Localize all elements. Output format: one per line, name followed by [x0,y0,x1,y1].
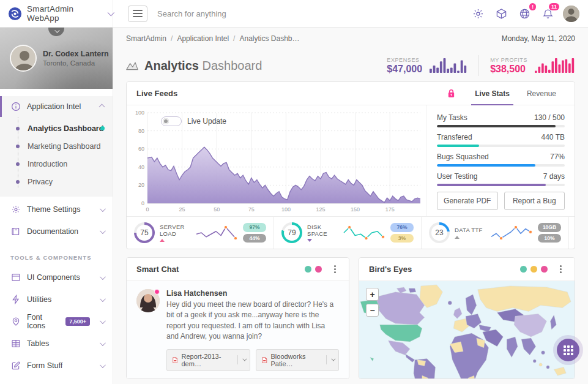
sidebar-section-plugins: PLUGINS & ADDONS [0,375,113,384]
status-dot-pink[interactable] [315,266,322,273]
sidebar-item-form-stuff[interactable]: Form Stuff [0,356,113,375]
stat-value: 7 days [543,172,565,181]
apps-cube-icon[interactable] [493,6,509,21]
tab-revenue[interactable]: Revenue [518,82,565,105]
world-map[interactable]: + − [359,281,575,378]
profits-mini-bar-chart [535,57,575,74]
sidebar-item-label: Documentation [27,227,94,236]
expenses-mini-bar-chart [430,57,467,74]
tile-temp: 36 TEMP. 124 40F [569,217,575,249]
map-zoom-in-button[interactable]: + [366,288,379,301]
notifications-bell-icon[interactable]: 11 [540,6,556,21]
report-bug-button[interactable]: Report a Bug [504,192,565,210]
chevron-up-icon [99,104,105,110]
tile-label: DISK SPACE [307,224,337,238]
settings-gear-icon[interactable] [470,6,486,21]
sidebar-item-label: UI Components [27,273,94,282]
stat-value: 130 / 500 [534,113,565,122]
disk-space-sparkline [341,225,385,241]
smart-chat-title: Smart Chat [136,265,179,274]
attachment-dropdown[interactable] [326,355,338,364]
trend-up-icon [455,236,460,239]
sidebar-item-documentation[interactable]: Documentation [0,222,113,241]
breadcrumb-item[interactable]: Application Intel [177,34,229,43]
sidebar-item-tables[interactable]: Tables [0,334,113,353]
kebab-menu-icon[interactable] [330,265,339,274]
sidebar-item-introduction[interactable]: Introduction [0,155,113,173]
sidebar-collapse-button[interactable] [48,28,64,36]
sidebar-user-card: Dr. Codex Lantern Toronto, Canada [0,28,113,89]
live-stats-column: My Tasks130 / 500 Transfered440 TB Bugs … [426,105,575,216]
user-avatar[interactable] [563,6,579,22]
sidebar-nav: Application Intel Analytics Dashboard Ma… [0,89,113,384]
app-launcher-button[interactable] [557,339,579,361]
sidebar-item-label: Analytics Dashboard [28,124,103,133]
avatar[interactable] [136,289,160,312]
sidebar-item-theme-settings[interactable]: Theme Settings [0,200,113,219]
breadcrumb-separator: / [233,34,235,43]
svg-text:40: 40 [138,164,144,170]
top-header: SmartAdmin WebApp ! 11 [0,0,588,28]
sidebar-user-name: Dr. Codex Lantern [43,50,109,58]
birds-eyes-panel: Bird's Eyes + − [359,257,575,379]
stat-transfered: Transfered440 TB [437,133,565,147]
sidebar-item-label: Theme Settings [27,205,94,214]
breadcrumb-item[interactable]: SmartAdmin [126,34,166,43]
generate-pdf-button[interactable]: Generate PDF [437,192,498,210]
tab-live-stats[interactable]: Live Stats [466,82,518,105]
status-dot-pink[interactable] [541,266,548,273]
page-title: Analytics Dashboard [126,59,262,73]
kpi-value: $47,000 [387,64,422,75]
status-dot-teal[interactable] [520,266,527,273]
attachment-label: Report-2013-dem… [181,353,232,367]
chat-messages: Lisa Hatchensen Hey did you meet the new… [127,281,349,378]
brand-chevron-down-icon[interactable] [108,9,114,16]
status-dot-teal[interactable] [305,266,311,273]
table-icon [10,339,21,349]
sidebar-item-ui-components[interactable]: UI Components [0,268,113,287]
pdf-file-icon [173,356,177,364]
tile-badge: 10% [538,234,561,243]
brand[interactable]: SmartAdmin WebApp [0,0,113,27]
map-zoom-out-button[interactable]: − [366,304,379,317]
sidebar-item-label: Privacy [28,178,53,186]
stat-label: Transfered [437,133,472,141]
tile-server-load: 75 SERVER LOAD 97% 44% [127,217,274,249]
menu-toggle-button[interactable] [128,6,147,22]
server-load-sparkline [194,225,238,241]
sidebar-user-avatar[interactable] [10,45,37,72]
sidebar-item-privacy[interactable]: Privacy [0,173,113,190]
sidebar-item-marketing-dashboard[interactable]: Marketing Dashboard [0,137,113,155]
stat-value: 440 TB [541,133,565,141]
kpi-label: EXPENSES [387,57,422,63]
stat-value: 77% [550,152,565,161]
search-input[interactable] [157,9,316,18]
svg-text:50: 50 [214,206,220,213]
sidebar-item-application-intel[interactable]: Application Intel [0,96,113,117]
chevron-down-icon [331,357,335,361]
chevron-down-icon [242,357,247,361]
attachment-report-pdf[interactable]: Report-2013-dem… [166,349,250,371]
sidebar-item-utilities[interactable]: Utilities [0,290,113,309]
status-dot-yellow[interactable] [530,266,537,273]
area-chart-icon [126,61,138,70]
data-ttf-sparkline [489,225,533,241]
live-update-label: Live Update [187,117,226,126]
trend-down-icon [307,239,312,242]
kpi-profits: MY PROFITS $38,500 [490,57,575,75]
sidebar-item-font-icons[interactable]: Font Icons 7,500+ [0,312,113,331]
attachment-dropdown[interactable] [237,355,250,364]
sidebar-item-analytics-dashboard[interactable]: Analytics Dashboard [0,119,113,137]
breadcrumb: SmartAdmin / Application Intel / Analyti… [126,34,300,43]
chat-message: Lisa Hatchensen Hey did you meet the new… [136,289,339,371]
attachment-bloodworks-pdf[interactable]: Bloodworks Patie… [256,349,339,371]
live-update-toggle[interactable] [161,116,182,126]
kebab-menu-icon[interactable] [556,265,565,274]
svg-text:0: 0 [141,200,144,206]
notifications-badge: 11 [549,3,559,10]
svg-text:175: 175 [385,206,395,213]
main-content: SmartAdmin / Application Intel / Analyti… [113,28,588,384]
svg-text:80: 80 [138,128,144,134]
page-title-light: Dashboard [203,59,262,72]
language-globe-icon[interactable]: ! [516,6,532,21]
